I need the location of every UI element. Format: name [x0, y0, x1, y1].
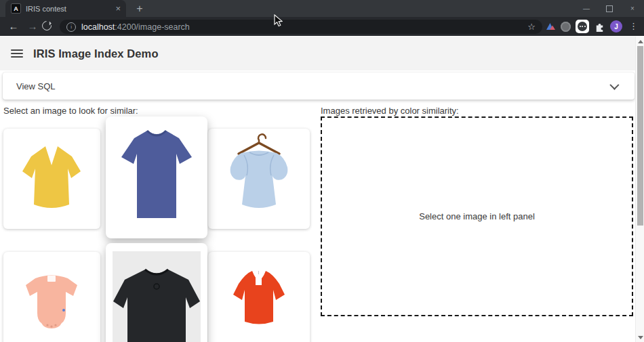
window-maximize-button[interactable]: [598, 0, 621, 17]
extensions-puzzle-icon[interactable]: [594, 21, 605, 33]
url-path: :4200/image-search: [115, 22, 189, 32]
blue-tshirt-image: [106, 116, 207, 238]
url-host: localhost: [81, 22, 115, 32]
scrollbar-up-arrow[interactable]: [638, 40, 643, 43]
page-title: IRIS Image Index Demo: [33, 47, 159, 60]
yellow-vneck-top-image: [3, 129, 100, 229]
extension-dots-icon[interactable]: [576, 20, 589, 33]
chevron-down-icon: [609, 81, 619, 90]
hamburger-menu-icon[interactable]: [11, 49, 23, 58]
forward-button[interactable]: →: [24, 18, 41, 35]
similarity-results-dropzone: Select one image in left panel: [321, 116, 633, 316]
address-bar[interactable]: i localhost:4200/image-search ☆: [60, 20, 542, 34]
browser-tab-strip: A IRIS contest × + — ×: [0, 0, 644, 17]
black-tshirt-image: [106, 243, 207, 342]
window-close-button[interactable]: ×: [621, 0, 644, 17]
hanger-shape: [258, 134, 266, 143]
right-panel-label: Images retrieved by color similarity:: [321, 106, 459, 116]
site-info-icon[interactable]: i: [66, 22, 76, 32]
view-sql-expansion-panel[interactable]: View SQL: [3, 72, 635, 100]
profile-avatar[interactable]: J: [610, 20, 622, 33]
lightblue-blouse-image: [208, 129, 310, 229]
gallery-item-lightblue-blouse[interactable]: [208, 129, 310, 229]
window-controls: — ×: [575, 0, 644, 17]
tab-favicon-icon: A: [11, 3, 21, 14]
back-button[interactable]: ←: [5, 18, 22, 35]
gallery-item-yellow-vneck-top[interactable]: [3, 129, 100, 229]
app-header: IRIS Image Index Demo: [0, 37, 635, 70]
scrollbar-down-arrow[interactable]: [638, 336, 643, 339]
page-scrollbar[interactable]: [635, 37, 644, 342]
gallery-item-black-tshirt[interactable]: [106, 243, 207, 342]
browser-tab[interactable]: A IRIS contest ×: [5, 0, 126, 17]
garment-shape: [230, 151, 288, 209]
extension-gray-icon[interactable]: [561, 22, 571, 32]
gallery-item-peach-onesie[interactable]: [3, 252, 100, 342]
peach-onesie-image: [3, 252, 100, 342]
gallery-item-orange-crop-top[interactable]: [208, 252, 310, 342]
tab-close-icon[interactable]: ×: [115, 4, 121, 13]
garment-shape: [22, 146, 81, 208]
maximize-icon: [606, 5, 613, 12]
gallery-item-blue-tshirt[interactable]: [106, 116, 207, 238]
tab-title: IRIS contest: [26, 5, 110, 13]
scrollbar-thumb[interactable]: [637, 46, 643, 226]
extensions-row: J ⋮: [545, 18, 640, 35]
new-tab-button[interactable]: +: [132, 1, 148, 16]
garment-shape: [26, 276, 77, 329]
extension-logo-icon[interactable]: [545, 21, 556, 32]
garment-shape: [121, 131, 192, 218]
view-sql-label: View SQL: [16, 81, 56, 91]
browser-menu-icon[interactable]: ⋮: [627, 18, 640, 35]
url-text[interactable]: localhost:4200/image-search: [81, 22, 190, 32]
empty-results-message: Select one image in left panel: [419, 211, 535, 221]
bookmark-star-icon[interactable]: ☆: [527, 22, 536, 32]
window-minimize-button[interactable]: —: [575, 0, 598, 17]
left-panel-label: Select an image to look for similar:: [3, 106, 138, 116]
orange-crop-top-image: [208, 252, 310, 342]
